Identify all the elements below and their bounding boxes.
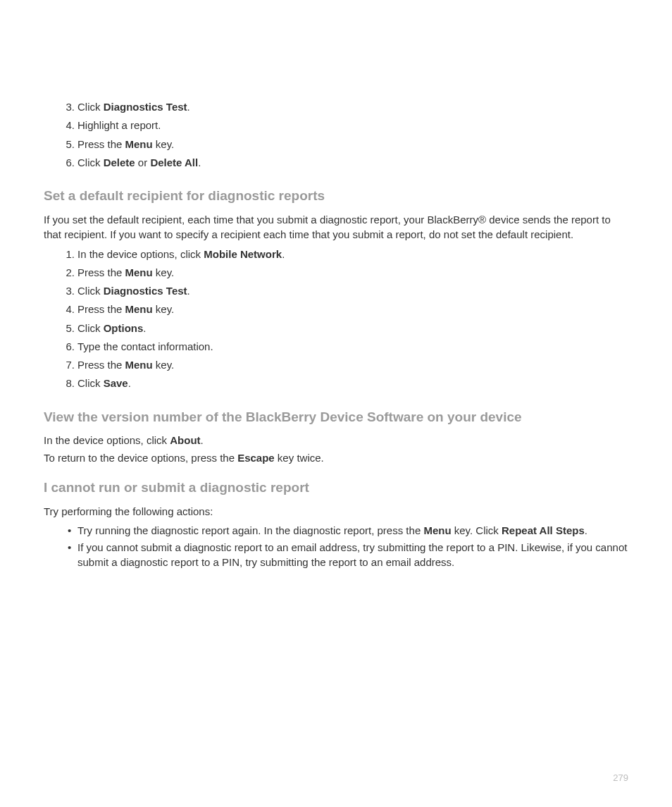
bold-text: Delete [104, 156, 135, 168]
list-number: 7. [61, 357, 75, 373]
text: or [135, 156, 151, 168]
text: Highlight a report. [77, 119, 161, 131]
text: Click [77, 285, 104, 297]
list-item: 5.Press the Menu key. [77, 136, 628, 152]
text: Type the contact information. [77, 340, 213, 352]
bold-text: Repeat All Steps [502, 524, 585, 536]
section-body: In the device options, click About.To re… [44, 433, 628, 465]
bold-text: Menu [125, 138, 153, 150]
list-number: 4. [61, 117, 75, 133]
text: key. [153, 266, 175, 278]
list-number: 6. [61, 154, 75, 171]
text: In the device options, click [77, 248, 204, 260]
list-item: 6.Type the contact information. [77, 338, 628, 355]
text: Click [77, 322, 104, 334]
list-item: 2.Press the Menu key. [77, 264, 628, 281]
text: Press the [77, 138, 125, 150]
list-number: 5. [61, 136, 75, 152]
list-number: 3. [61, 283, 75, 299]
text: key twice. [275, 452, 324, 464]
text: Click [77, 377, 104, 389]
text: Click [77, 101, 104, 113]
list-number: 6. [61, 338, 75, 355]
list-number: 2. [61, 264, 75, 281]
text: . [282, 248, 285, 260]
list-item: 1.In the device options, click Mobile Ne… [77, 246, 628, 262]
ordered-list: 1.In the device options, click Mobile Ne… [44, 246, 628, 392]
text: Press the [77, 359, 125, 371]
bold-text: Menu [125, 359, 153, 371]
bold-text: Options [104, 322, 144, 334]
text: key. Click [452, 524, 502, 536]
bold-text: Escape [237, 452, 275, 464]
bold-text: Diagnostics Test [104, 285, 187, 297]
heading-view-version: View the version number of the BlackBerr… [44, 409, 628, 426]
list-item: 4.Highlight a report. [77, 117, 628, 133]
list-number: 3. [61, 99, 75, 115]
page-number: 279 [613, 772, 628, 783]
text: . [198, 156, 201, 168]
text: Try running the diagnostic report again.… [77, 524, 423, 536]
bold-text: Mobile Network [204, 248, 282, 260]
text: Click [77, 156, 104, 168]
document-page: 3.Click Diagnostics Test.4.Highlight a r… [0, 0, 672, 629]
bold-text: Menu [423, 524, 451, 536]
list-item: 4.Press the Menu key. [77, 301, 628, 317]
text: . [187, 101, 190, 113]
list-number: 4. [61, 301, 75, 317]
bold-text: Menu [125, 266, 153, 278]
text: key. [153, 359, 175, 371]
list-item: If you cannot submit a diagnostic report… [77, 540, 628, 569]
list-item: 3.Click Diagnostics Test. [77, 99, 628, 115]
section-intro: If you set the default recipient, each t… [44, 212, 628, 242]
paragraph: To return to the device options, press t… [44, 450, 628, 465]
text: In the device options, click [44, 434, 170, 446]
text: . [201, 434, 204, 446]
paragraph: In the device options, click About. [44, 433, 628, 448]
bold-text: About [170, 434, 200, 446]
text: . [585, 524, 587, 536]
heading-cannot-run-submit: I cannot run or submit a diagnostic repo… [44, 479, 628, 497]
text: If you cannot submit a diagnostic report… [77, 541, 627, 568]
bold-text: Save [104, 377, 128, 389]
paragraph: If you set the default recipient, each t… [44, 212, 628, 242]
text: key. [153, 138, 175, 150]
bulleted-list: Try running the diagnostic report again.… [44, 523, 628, 569]
list-item: Try running the diagnostic report again.… [77, 523, 628, 538]
ordered-list: 3.Click Diagnostics Test.4.Highlight a r… [44, 99, 628, 171]
text: Press the [77, 303, 125, 315]
list-number: 8. [61, 375, 75, 391]
list-item: 8.Click Save. [77, 375, 628, 391]
list-number: 5. [61, 320, 75, 336]
bold-text: Menu [125, 303, 153, 315]
text: Press the [77, 266, 125, 278]
list-item: 6.Click Delete or Delete All. [77, 154, 628, 171]
text: . [143, 322, 146, 334]
heading-set-default-recipient: Set a default recipient for diagnostic r… [44, 187, 628, 205]
list-item: 5.Click Options. [77, 320, 628, 336]
section-intro: Try performing the following actions: [44, 504, 628, 519]
list-item: 3.Click Diagnostics Test. [77, 283, 628, 299]
list-item: 7.Press the Menu key. [77, 357, 628, 373]
list-number: 1. [61, 246, 75, 262]
text: . [187, 285, 190, 297]
bold-text: Delete All [150, 156, 198, 168]
text: key. [153, 303, 175, 315]
bold-text: Diagnostics Test [104, 101, 187, 113]
text: . [128, 377, 131, 389]
text: To return to the device options, press t… [44, 452, 237, 464]
